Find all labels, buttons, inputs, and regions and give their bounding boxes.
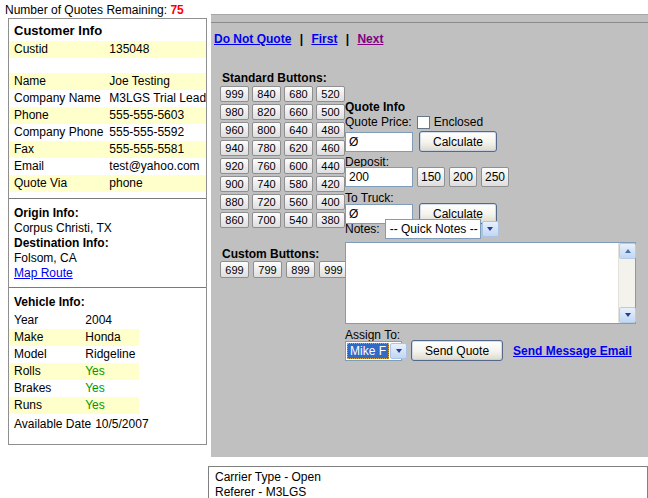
standard-price-button[interactable]: 900 — [220, 176, 249, 192]
nav-separator: | — [300, 32, 303, 46]
send-quote-button[interactable]: Send Quote — [411, 340, 503, 361]
standard-price-button[interactable]: 940 — [220, 140, 249, 156]
standard-price-button[interactable]: 980 — [220, 104, 249, 120]
row-label: Name — [14, 73, 106, 90]
standard-price-button[interactable]: 680 — [284, 86, 313, 102]
deposit-preset-button[interactable]: 250 — [481, 167, 509, 187]
first-link[interactable]: First — [311, 32, 337, 46]
standard-price-button[interactable]: 780 — [252, 140, 281, 156]
notes-textarea[interactable] — [345, 242, 636, 324]
standard-price-button[interactable]: 460 — [316, 140, 345, 156]
standard-price-button[interactable]: 860 — [220, 212, 249, 228]
standard-price-button[interactable]: 960 — [220, 122, 249, 138]
assign-to-select[interactable]: Mike F — [345, 341, 402, 361]
table-row: Fax 555-555-5581 — [9, 141, 206, 158]
do-not-quote-link[interactable]: Do Not Quote — [214, 32, 291, 46]
standard-price-button[interactable]: 440 — [316, 158, 345, 174]
assignee-selected-value: Mike F — [347, 343, 389, 359]
standard-price-button[interactable]: 600 — [284, 158, 313, 174]
notes-scrollbar[interactable] — [618, 243, 635, 323]
nav-separator: | — [346, 32, 349, 46]
standard-buttons-grid: 999 840 680 520 980 820 660 500 960 800 … — [220, 86, 345, 228]
carrier-type-text: Carrier Type - Open — [215, 470, 641, 485]
notes-text-area[interactable] — [346, 243, 618, 323]
standard-price-button[interactable]: 380 — [316, 212, 345, 228]
quotes-remaining-label: Number of Quotes Remaining: — [5, 3, 167, 17]
standard-price-button[interactable]: 720 — [252, 194, 281, 210]
table-row: Rolls Yes — [9, 363, 139, 380]
standard-price-button[interactable]: 560 — [284, 194, 313, 210]
table-row: Make Honda — [9, 329, 139, 346]
standard-price-button[interactable]: 760 — [252, 158, 281, 174]
next-link[interactable]: Next — [357, 32, 383, 46]
deposit-preset-button[interactable]: 200 — [449, 167, 477, 187]
chevron-down-icon — [396, 349, 402, 353]
standard-price-button[interactable]: 640 — [284, 122, 313, 138]
calculate-quote-button[interactable]: Calculate — [419, 131, 497, 152]
available-date: Available Date10/5/2007 — [9, 416, 206, 433]
deposit-input[interactable] — [345, 167, 413, 187]
blank-row — [9, 58, 206, 73]
table-row: Name Joe Testing — [9, 73, 206, 90]
row-value: 555-555-5592 — [109, 125, 184, 139]
scrollbar-up-button[interactable] — [619, 243, 636, 259]
section-divider — [9, 287, 206, 289]
standard-price-button[interactable]: 480 — [316, 122, 345, 138]
chevron-down-icon — [625, 313, 631, 317]
row-label: Model — [14, 346, 82, 363]
standard-price-button[interactable]: 580 — [284, 176, 313, 192]
row-label: Make — [14, 329, 82, 346]
send-message-email-link[interactable]: Send Message Email — [513, 344, 632, 358]
quote-workspace-panel: Do Not Quote | First | Next Standard But… — [211, 14, 648, 457]
standard-price-button[interactable]: 800 — [252, 122, 281, 138]
custom-price-button[interactable]: 799 — [253, 261, 282, 278]
assign-row: Mike F Send Quote Send Message Email — [345, 340, 632, 361]
standard-price-button[interactable]: 920 — [220, 158, 249, 174]
row-label: Fax — [14, 141, 106, 158]
select-arrow-button[interactable] — [390, 343, 407, 359]
row-value: test@yahoo.com — [109, 159, 199, 173]
standard-price-button[interactable]: 540 — [284, 212, 313, 228]
select-arrow-button[interactable] — [482, 221, 499, 237]
standard-price-button[interactable]: 660 — [284, 104, 313, 120]
standard-price-button[interactable]: 420 — [316, 176, 345, 192]
row-value: Honda — [85, 330, 120, 344]
quote-info-title: Quote Info — [345, 100, 405, 114]
quote-price-row: Quote Price: Enclosed — [345, 115, 483, 129]
quote-nav: Do Not Quote | First | Next — [211, 23, 648, 46]
map-route-link[interactable]: Map Route — [14, 266, 73, 280]
deposit-preset-button[interactable]: 150 — [417, 167, 445, 187]
custom-buttons-row: 699 799 899 999 — [220, 261, 348, 278]
quote-price-input-row: Calculate — [345, 131, 497, 152]
scrollbar-down-button[interactable] — [619, 307, 636, 323]
standard-price-button[interactable]: 500 — [316, 104, 345, 120]
standard-buttons-title: Standard Buttons: — [222, 71, 327, 85]
quotes-remaining: Number of Quotes Remaining: 75 — [5, 3, 184, 17]
standard-price-button[interactable]: 820 — [252, 104, 281, 120]
standard-price-button[interactable]: 840 — [252, 86, 281, 102]
custom-price-button[interactable]: 999 — [319, 261, 348, 278]
row-label: Email — [14, 158, 106, 175]
chevron-up-icon — [625, 249, 631, 253]
standard-price-button[interactable]: 999 — [220, 86, 249, 102]
row-label: Custid — [14, 41, 106, 58]
row-value: phone — [109, 176, 142, 190]
table-row: Phone 555-555-5603 — [9, 107, 206, 124]
standard-price-button[interactable]: 700 — [252, 212, 281, 228]
standard-price-button[interactable]: 400 — [316, 194, 345, 210]
origin-info-title: Origin Info: — [14, 206, 206, 221]
quick-notes-select[interactable]: -- Quick Notes -- — [385, 219, 481, 239]
row-value: 555-555-5603 — [109, 108, 184, 122]
standard-price-button[interactable]: 740 — [252, 176, 281, 192]
standard-price-button[interactable]: 620 — [284, 140, 313, 156]
standard-price-button[interactable]: 880 — [220, 194, 249, 210]
custom-price-button[interactable]: 699 — [220, 261, 249, 278]
quick-notes-selected-value: -- Quick Notes -- — [386, 221, 482, 237]
enclosed-checkbox[interactable] — [417, 116, 430, 129]
vehicle-info-title: Vehicle Info: — [14, 295, 206, 310]
standard-price-button[interactable]: 520 — [316, 86, 345, 102]
quote-price-input[interactable] — [345, 132, 413, 152]
table-row: Custid 135048 — [9, 41, 206, 58]
custom-price-button[interactable]: 899 — [286, 261, 315, 278]
row-value: Joe Testing — [109, 74, 170, 88]
